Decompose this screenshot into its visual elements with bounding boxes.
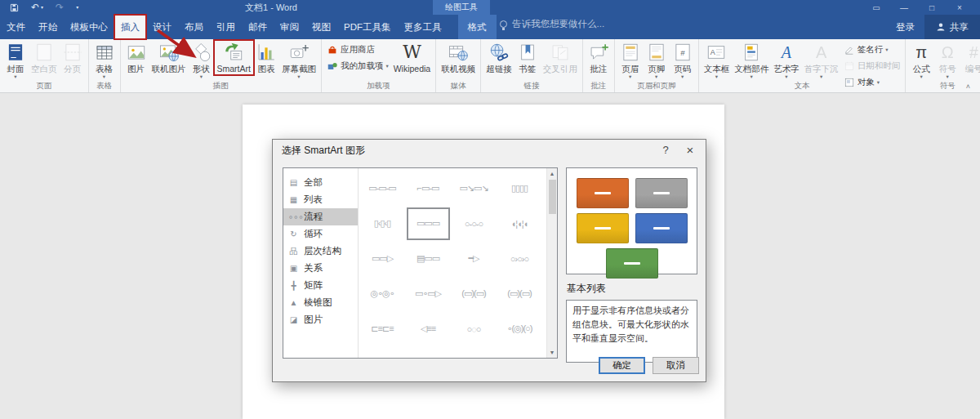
footer-button[interactable]: 页脚▾ (644, 41, 670, 81)
tab-layout[interactable]: 布局 (178, 15, 210, 39)
tab-mailings[interactable]: 邮件 (242, 15, 274, 39)
store-button[interactable]: 应用商店 (324, 42, 391, 57)
page-break-button: 分页 (60, 41, 86, 74)
tab-references[interactable]: 引用 (210, 15, 242, 39)
gallery-scrollbar[interactable]: ▲ ▼ (546, 168, 557, 358)
gallery-item-2[interactable]: ⌐▭-▭ (407, 172, 450, 205)
tab-insert[interactable]: 插入 (114, 15, 146, 39)
bookmark-button[interactable]: 书签 (514, 41, 541, 74)
tab-home[interactable]: 开始 (32, 15, 64, 39)
wordart-button[interactable]: A艺术字▾ (771, 41, 802, 81)
gallery-item-10[interactable]: ▤▭▭ (407, 243, 450, 275)
page-number-button[interactable]: #页码▾ (670, 41, 696, 81)
gallery-item-14[interactable]: ▭∘▭▷ (407, 278, 450, 310)
tab-template-center[interactable]: 模板中心 (64, 15, 114, 39)
restore-icon[interactable]: □ (921, 0, 942, 15)
gallery-item-11[interactable]: ━▷ (452, 243, 496, 275)
gallery-item-6[interactable]: ▭▭▭ (407, 207, 450, 240)
gallery-item-24[interactable]: ▤▤ (498, 348, 541, 359)
equation-button[interactable]: π公式▾ (908, 41, 934, 81)
category-cycle[interactable]: ↻循环 (283, 225, 358, 243)
smartart-button[interactable]: SmartArt (215, 41, 253, 74)
quick-parts-button[interactable]: 文档部件▾ (732, 41, 771, 81)
category-all[interactable]: ▤全部 (283, 174, 358, 191)
tell-me-search[interactable]: 告诉我您想要做什么... (500, 18, 604, 30)
gallery-item-9[interactable]: ▭▭▷ (361, 243, 404, 275)
online-video-button[interactable]: 联机视频 (439, 41, 478, 74)
category-hierarchy[interactable]: 品层次结构 (283, 243, 358, 260)
gallery-item-5[interactable]: ▯‹▯‹▯ (361, 207, 404, 240)
shapes-button[interactable]: 形状▾ (189, 41, 215, 81)
collapse-ribbon-icon[interactable]: ˄ (966, 82, 970, 91)
chart-button[interactable]: 图表 (253, 41, 279, 74)
customize-qat-icon[interactable]: ▾ (76, 0, 78, 15)
cycle-category-icon: ↻ (288, 230, 299, 238)
bookmark-icon (517, 42, 538, 63)
dialog-help-icon[interactable]: ? (653, 141, 678, 158)
dropdown-arrow-icon: ▾ (751, 74, 753, 80)
gallery-item-17[interactable]: ⊏≡⊏≡ (361, 313, 404, 345)
ribbon-display-options-icon[interactable]: ▭ (866, 0, 887, 15)
tab-file[interactable]: 文件 (0, 15, 32, 39)
undo-dropdown-icon[interactable]: ▾ (41, 0, 43, 15)
gallery-item-13[interactable]: ◎∘◎∘ (361, 278, 404, 310)
tab-review[interactable]: 审阅 (274, 15, 305, 39)
tab-more-tools[interactable]: 更多工具 (398, 15, 448, 39)
gallery-item-7[interactable]: ○-○-○ (452, 207, 496, 240)
signin-button[interactable]: 登录 (886, 15, 924, 39)
my-addins-button[interactable]: 我的加载项▾ (324, 58, 391, 74)
gallery-item-21[interactable]: ◠◡◠ (361, 348, 404, 359)
gallery-item-15[interactable]: (▭)(▭) (452, 278, 496, 310)
gallery-item-12[interactable]: ○›○›○ (498, 243, 541, 275)
dialog-close-icon[interactable]: × (678, 141, 702, 158)
category-relationship[interactable]: ▣关系 (283, 260, 358, 277)
picture-button[interactable]: 图片 (123, 41, 149, 74)
scrollbar-thumb[interactable] (549, 180, 556, 214)
gallery-item-4[interactable]: ▯▯▯▯ (498, 172, 541, 205)
category-list[interactable]: ▦列表 (283, 191, 358, 208)
button-label: 艺术字 (773, 64, 800, 74)
close-icon[interactable]: × (949, 0, 970, 15)
gallery-item-19[interactable]: ○◌○ (452, 313, 496, 345)
gallery-item-8[interactable]: ◖¦◖¦◖ (498, 207, 541, 240)
share-button[interactable]: 共享 (924, 15, 980, 39)
ok-button[interactable]: 确定 (599, 357, 645, 374)
tab-design[interactable]: 设计 (146, 15, 178, 39)
gallery-item-23[interactable]: ▭▬▭ (452, 348, 496, 359)
signature-line-button[interactable]: 签名行▾ (841, 42, 903, 57)
category-picture[interactable]: ◪图片 (283, 311, 358, 328)
gallery-item-3[interactable]: ▭↘▭↘ (452, 172, 496, 205)
blank-page-button: 空白页 (29, 41, 60, 74)
gallery-item-20[interactable]: ∘(◎)(○) (498, 313, 541, 345)
save-icon[interactable] (10, 3, 19, 12)
minimize-icon[interactable]: — (893, 0, 915, 15)
pyramid-category-icon: ▲ (288, 298, 299, 307)
online-pictures-button[interactable]: 联机图片 (149, 41, 189, 74)
category-process[interactable]: ∘∘∘流程 (283, 208, 358, 225)
table-button[interactable]: 表格▾ (91, 41, 118, 81)
button-label: 空白页 (31, 64, 57, 74)
gallery-item-18[interactable]: ◁≡≡ (407, 313, 450, 345)
scroll-down-icon[interactable]: ▼ (550, 347, 555, 358)
text-box-button[interactable]: A文本框▾ (702, 41, 733, 81)
hyperlink-icon (488, 42, 510, 63)
cover-page-button[interactable]: 封面▾ (2, 41, 29, 81)
scroll-up-icon[interactable]: ▲ (550, 168, 555, 179)
undo-icon[interactable]: ↶▾ (31, 0, 43, 15)
tab-view[interactable]: 视图 (305, 15, 337, 39)
gallery-item-16[interactable]: (▭)(▭) (498, 278, 541, 310)
tab-pdf-tools[interactable]: PDF工具集 (337, 15, 398, 39)
tab-format[interactable]: 格式 (458, 15, 497, 39)
category-matrix[interactable]: ╋矩阵 (283, 277, 358, 294)
gallery-item-22[interactable]: ▭⊤ (407, 348, 450, 359)
hyperlink-button[interactable]: 超链接 (483, 41, 514, 74)
number-button: #编号 (960, 41, 980, 74)
comment-button[interactable]: 批注 (586, 41, 612, 74)
header-button[interactable]: 页眉▾ (617, 41, 644, 81)
cancel-button[interactable]: 取消 (653, 357, 699, 374)
gallery-item-1[interactable]: ▭-▭-▭ (361, 172, 404, 205)
dialog-title[interactable]: 选择 SmartArt 图形 (273, 140, 706, 162)
category-pyramid[interactable]: ▲棱锥图 (283, 294, 358, 311)
wikipedia-button[interactable]: WWikipedia (391, 41, 434, 74)
screenshot-button[interactable]: 屏幕截图▾ (279, 41, 318, 81)
